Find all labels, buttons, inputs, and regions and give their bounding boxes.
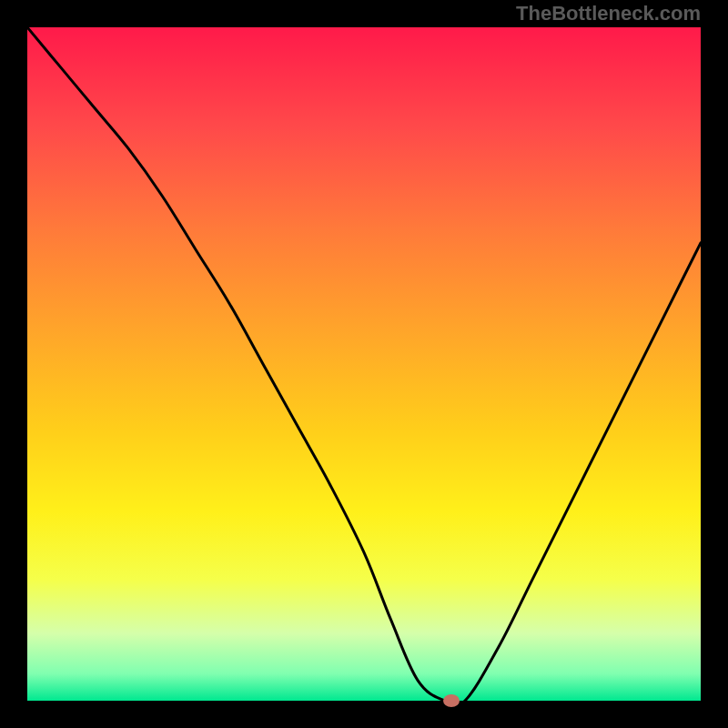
optimal-point-marker: [443, 694, 460, 707]
curve-layer: [27, 27, 701, 701]
watermark-text: TheBottleneck.com: [516, 2, 701, 25]
chart-container: TheBottleneck.com: [0, 0, 728, 728]
plot-area: [27, 27, 701, 701]
bottleneck-curve: [27, 27, 701, 701]
